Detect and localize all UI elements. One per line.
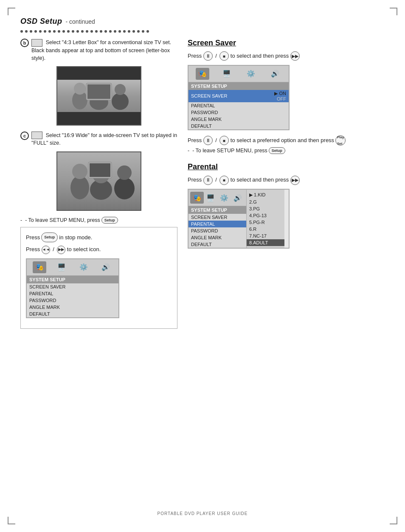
- par-menu-body: SCREEN SAVER PARENTAL PASSWORD ANGLE MAR…: [188, 214, 246, 248]
- parental-section: Parental Press II / ■ to select and then…: [188, 162, 385, 249]
- svg-point-9: [72, 164, 87, 179]
- par-pause-btn[interactable]: II: [203, 176, 213, 185]
- select-icon-text: to select icon.: [67, 244, 101, 255]
- dot-divider: [20, 30, 385, 33]
- section-b: b Select "4:3 Letter Box" for a conventi…: [20, 39, 177, 62]
- par-press1-line: Press II / ■ to select and then press ▶▶: [188, 175, 385, 185]
- ss-menu-row-1: SCREEN SAVER ▶ ON OFF: [188, 90, 289, 102]
- ffwd-btn[interactable]: ▶▶: [57, 246, 65, 254]
- menu-icons-row-small: 🎭 🖥️ ⚙️ 🔊: [27, 259, 118, 276]
- ss-play-btn[interactable]: PlaySet: [335, 135, 346, 146]
- page-footer: PORTABLE DVD PLAYER USER GUIDE: [20, 511, 385, 516]
- press-nav-line: Press ◄◄ / ▶▶ to select icon.: [26, 244, 172, 255]
- small-menu-title: SYSTEM SETUP: [27, 276, 118, 283]
- ss-icon-3: ⚙️: [244, 68, 258, 80]
- svg-point-4: [112, 93, 129, 110]
- ss-menu-title: SYSTEM SETUP: [188, 82, 289, 90]
- small-system-menu: 🎭 🖥️ ⚙️ 🔊 SYSTEM SETUP SCREEN SAVER PARE…: [26, 258, 119, 318]
- left-setup-btn[interactable]: Setup: [101, 217, 118, 224]
- menu-icon-active: 🎭: [33, 261, 46, 273]
- svg-point-12: [114, 177, 135, 199]
- ss-leave-line: - - To leave SETUP MENU, press Setup: [188, 147, 385, 154]
- nav-sep: /: [53, 244, 54, 255]
- ss-press2-word: Press: [188, 135, 202, 146]
- left-leave-dash: -: [20, 217, 22, 223]
- aspect-icon-c: [31, 132, 42, 139]
- section-c-label: c: [20, 132, 29, 140]
- ss-menu-row-3: PASSWORD: [188, 109, 289, 116]
- screen-saver-heading: Screen Saver: [188, 39, 385, 48]
- parental-values-col: ▶ 1.KID 2.G 3.PG 4.PG-13 5.PG-R 6.R 7.NC…: [246, 190, 284, 248]
- par-icon-1: 🎭: [190, 192, 204, 204]
- menu-icon-2: 🖥️: [55, 261, 68, 273]
- par-val-6: 6.R: [247, 226, 284, 232]
- left-leave-line: - - To leave SETUP MENU, press Setup: [20, 217, 177, 224]
- par-val-5: 5.PG-R: [247, 219, 284, 226]
- parental-menu: 🎭 🖥️ ⚙️ 🔊 SYSTEM SETUP SCREEN SAVER PARE…: [188, 189, 290, 249]
- ss-setup-btn[interactable]: Setup: [269, 147, 285, 154]
- ss-icon-4: 🔊: [268, 68, 282, 80]
- cartoon-c-svg: [59, 154, 139, 209]
- section-b-text: Select "4:3 Letter Box" for a convention…: [31, 39, 171, 61]
- tv-screenshot-b: [56, 66, 141, 126]
- svg-point-13: [117, 165, 132, 180]
- par-val-3: 3.PG: [247, 205, 284, 212]
- page-subtitle: - continued: [66, 18, 95, 25]
- ss-menu-row-5: DEFAULT: [188, 123, 289, 129]
- section-c-text: Select "16:9 Wide" for a wide-screen TV …: [31, 132, 177, 146]
- ss-to-select: to select: [231, 51, 251, 62]
- small-menu-body: SCREEN SAVER PARENTAL PASSWORD ANGLE MAR…: [27, 283, 118, 317]
- rewind-btn[interactable]: ◄◄: [42, 246, 50, 254]
- par-val-8: 8.ADULT: [247, 239, 284, 246]
- svg-point-5: [115, 84, 126, 95]
- ss-press2-line: Press II / ■ to select a preferred optio…: [188, 135, 385, 146]
- svg-point-1: [74, 83, 86, 95]
- par-icon-2: 🖥️: [204, 192, 217, 204]
- setup-btn-stop[interactable]: Setup: [41, 232, 58, 242]
- section-c: c Select "16:9 Wide" for a wide-screen T…: [20, 132, 177, 147]
- par-stop-btn[interactable]: ■: [219, 176, 229, 185]
- par-val-4: 4.PG-13: [247, 212, 284, 219]
- ss-ffwd-btn[interactable]: ▶▶: [290, 51, 300, 61]
- left-column: b Select "4:3 Letter Box" for a conventi…: [20, 39, 177, 333]
- par-press1-word: Press: [188, 175, 202, 185]
- par-menu-icons: 🎭 🖥️ ⚙️ 🔊: [188, 190, 246, 206]
- small-menu-row-5: DEFAULT: [27, 311, 118, 317]
- par-menu-row-1: SCREEN SAVER: [188, 214, 246, 221]
- ss-pause-btn[interactable]: II: [203, 51, 213, 61]
- ss-pref-text: to select a preferred option and then pr…: [231, 135, 334, 146]
- ss-stop-btn2[interactable]: ■: [219, 136, 229, 145]
- aspect-icon-b: [31, 39, 42, 47]
- svg-rect-7: [87, 84, 110, 99]
- par-menu-row-2: PARENTAL: [188, 221, 246, 227]
- small-menu-row-2: PARENTAL: [27, 290, 118, 297]
- cartoon-b-svg: [61, 77, 137, 115]
- setup-box: Press Setup in stop mode. Press ◄◄ / ▶▶ …: [20, 227, 177, 329]
- par-menu-row-4: ANGLE MARK: [188, 234, 246, 241]
- par-val-2: 2.G: [247, 199, 284, 205]
- ss-pause-btn2[interactable]: II: [203, 136, 213, 145]
- small-menu-row-1: SCREEN SAVER: [27, 283, 118, 290]
- ss-stop-btn[interactable]: ■: [219, 51, 229, 61]
- press-setup-word: Press: [26, 232, 40, 243]
- ss-press1-line: Press II / ■ to select and then press ▶▶: [188, 51, 385, 62]
- small-menu-row-3: PASSWORD: [27, 297, 118, 304]
- parental-menu-left: 🎭 🖥️ ⚙️ 🔊 SYSTEM SETUP SCREEN SAVER PARE…: [188, 190, 246, 248]
- par-icon-4: 🔊: [231, 192, 245, 204]
- ss-and-then: and then press: [252, 51, 289, 62]
- press-nav-word: Press: [26, 244, 40, 255]
- ss-press1-word: Press: [188, 51, 202, 62]
- par-menu-row-3: PASSWORD: [188, 227, 246, 234]
- par-val-7: 7.NC-17: [247, 232, 284, 239]
- par-ffwd-btn[interactable]: ▶▶: [290, 176, 300, 185]
- ss-icon-2: 🖥️: [220, 68, 233, 80]
- ss-menu-row-2: PARENTAL: [188, 102, 289, 109]
- ss-menu-body: SCREEN SAVER ▶ ON OFF PARENTAL PASSWORD …: [188, 90, 289, 129]
- ss-menu-row-4: ANGLE MARK: [188, 116, 289, 123]
- right-column: Screen Saver Press II / ■ to select and …: [188, 39, 385, 333]
- ss-menu: 🎭 🖥️ ⚙️ 🔊 SYSTEM SETUP SCREEN SAVER ▶ ON…: [188, 65, 290, 130]
- svg-rect-15: [90, 163, 110, 177]
- ss-menu-icons: 🎭 🖥️ ⚙️ 🔊: [188, 66, 289, 82]
- par-menu-row-5: DEFAULT: [188, 241, 246, 248]
- par-to-select: to select: [231, 175, 251, 185]
